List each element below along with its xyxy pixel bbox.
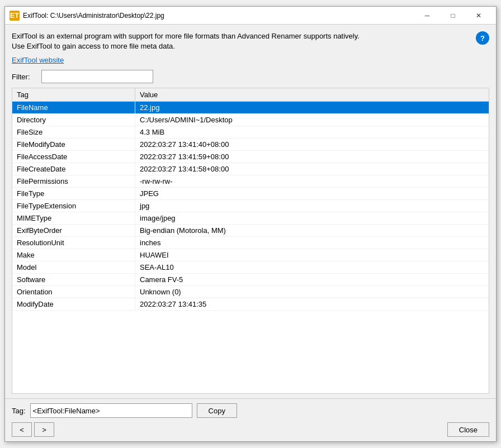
column-value: Value — [135, 88, 489, 101]
cell-value: -rw-rw-rw- — [135, 175, 489, 187]
cell-tag: FileModifyDate — [12, 139, 135, 150]
cell-tag: FileAccessDate — [12, 151, 135, 163]
table-row[interactable]: OrientationUnknown (0) — [12, 286, 489, 298]
table-row[interactable]: ModifyDate2022:03:27 13:41:35 — [12, 298, 489, 311]
maximize-button[interactable]: □ — [440, 7, 466, 25]
table-row[interactable]: SoftwareCamera FV-5 — [12, 274, 489, 286]
cell-tag: FileSize — [12, 126, 135, 138]
tag-row: Tag: Copy — [12, 403, 489, 418]
table-row[interactable]: FileModifyDate2022:03:27 13:41:40+08:00 — [12, 139, 489, 151]
minimize-button[interactable]: ─ — [414, 7, 440, 25]
cell-value: HUAWEI — [135, 249, 489, 261]
cell-value: Unknown (0) — [135, 286, 489, 298]
table-row[interactable]: FileAccessDate2022:03:27 13:41:59+08:00 — [12, 151, 489, 163]
cell-value: JPEG — [135, 188, 489, 199]
table-row[interactable]: FileSize4.3 MiB — [12, 126, 489, 139]
content-area: ExifTool is an external program with sup… — [5, 25, 496, 398]
table-row[interactable]: MIMETypeimage/jpeg — [12, 212, 489, 225]
tag-label: Tag: — [12, 407, 26, 415]
table-row[interactable]: MakeHUAWEI — [12, 249, 489, 261]
close-button[interactable]: Close — [447, 422, 489, 437]
cell-tag: Directory — [12, 114, 135, 126]
filter-input[interactable] — [41, 70, 153, 83]
bottom-bar: Tag: Copy < > Close — [5, 398, 496, 441]
cell-tag: Software — [12, 274, 135, 285]
cell-value: inches — [135, 237, 489, 249]
filter-row: Filter: — [12, 70, 489, 83]
cell-tag: MIMEType — [12, 212, 135, 224]
next-button[interactable]: > — [34, 422, 54, 437]
cell-value: 2022:03:27 13:41:59+08:00 — [135, 151, 489, 163]
info-text: ExifTool is an external program with sup… — [12, 31, 471, 51]
cell-value: SEA-AL10 — [135, 261, 489, 273]
cell-tag: FileTypeExtension — [12, 200, 135, 212]
cell-tag: FileCreateDate — [12, 163, 135, 175]
help-button[interactable]: ? — [476, 31, 489, 45]
table-row[interactable]: FileTypeJPEG — [12, 188, 489, 200]
table-row[interactable]: ExifByteOrderBig-endian (Motorola, MM) — [12, 225, 489, 237]
table-row[interactable]: FilePermissions-rw-rw-rw- — [12, 175, 489, 188]
cell-tag: FilePermissions — [12, 175, 135, 187]
table-row[interactable]: DirectoryC:/Users/ADMINI~1/Desktop — [12, 114, 489, 126]
cell-tag: FileType — [12, 188, 135, 199]
cell-tag: Make — [12, 249, 135, 261]
cell-value: 2022:03:27 13:41:40+08:00 — [135, 139, 489, 150]
cell-tag: ModifyDate — [12, 298, 135, 310]
table-row[interactable]: ResolutionUnitinches — [12, 237, 489, 249]
title-bar: ET ExifTool: C:\Users\Administrator\Desk… — [5, 7, 496, 25]
cell-value: image/jpeg — [135, 212, 489, 224]
info-description: ExifTool is an external program with sup… — [12, 32, 360, 50]
cell-value: 2022:03:27 13:41:35 — [135, 298, 489, 310]
cell-tag: Model — [12, 261, 135, 273]
prev-button[interactable]: < — [12, 422, 32, 437]
data-table[interactable]: Tag Value FileName22.jpgDirectoryC:/User… — [12, 88, 489, 394]
window-close-button[interactable]: ✕ — [466, 7, 491, 25]
nav-buttons: < > — [12, 422, 54, 437]
info-section: ExifTool is an external program with sup… — [12, 31, 489, 51]
cell-value: C:/Users/ADMINI~1/Desktop — [135, 114, 489, 126]
cell-value: 4.3 MiB — [135, 126, 489, 138]
exiftool-link[interactable]: ExifTool website — [12, 56, 489, 64]
window-title: ExifTool: C:\Users\Administrator\Desktop… — [23, 12, 414, 20]
table-row[interactable]: ModelSEA-AL10 — [12, 261, 489, 274]
copy-button[interactable]: Copy — [197, 403, 237, 418]
cell-tag: FileName — [12, 102, 135, 113]
cell-tag: ExifByteOrder — [12, 225, 135, 236]
app-icon: ET — [10, 11, 20, 21]
cell-value: 2022:03:27 13:41:58+08:00 — [135, 163, 489, 175]
column-tag: Tag — [12, 88, 135, 101]
cell-value: Camera FV-5 — [135, 274, 489, 285]
cell-value: 22.jpg — [135, 102, 489, 113]
cell-value: Big-endian (Motorola, MM) — [135, 225, 489, 236]
nav-row: < > Close — [12, 422, 489, 437]
cell-tag: Orientation — [12, 286, 135, 298]
table-row[interactable]: FileCreateDate2022:03:27 13:41:58+08:00 — [12, 163, 489, 175]
table-row[interactable]: FileTypeExtensionjpg — [12, 200, 489, 212]
cell-value: jpg — [135, 200, 489, 212]
table-header: Tag Value — [12, 88, 489, 102]
cell-tag: ResolutionUnit — [12, 237, 135, 249]
title-bar-controls: ─ □ ✕ — [414, 7, 491, 25]
filter-label: Filter: — [12, 73, 37, 81]
table-row[interactable]: FileName22.jpg — [12, 102, 489, 114]
tag-input[interactable] — [30, 403, 192, 418]
main-window: ET ExifTool: C:\Users\Administrator\Desk… — [4, 6, 497, 442]
